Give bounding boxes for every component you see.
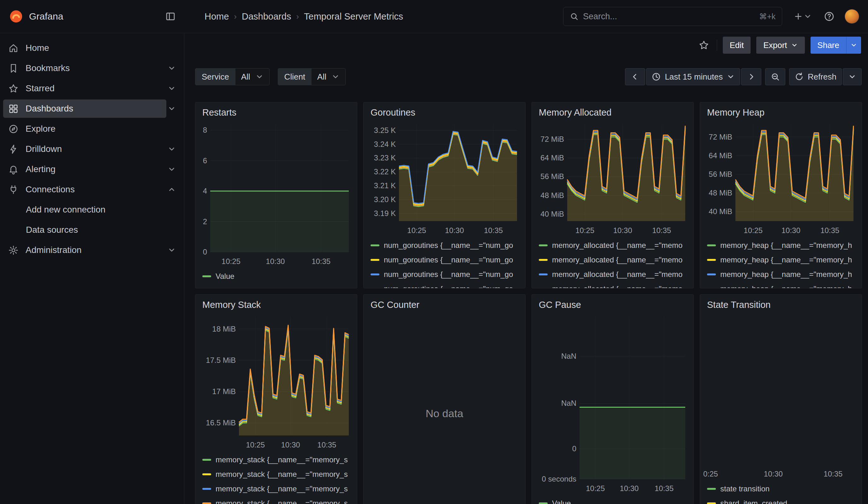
panel-title[interactable]: Memory Allocated [532, 102, 693, 120]
time-forward-button[interactable] [741, 68, 761, 85]
sidebar-item-alerting[interactable]: Alerting [3, 160, 166, 178]
memory-stack-chart[interactable]: 18 MiB17.5 MiB17 MiB16.5 MiB10:2510:3010… [198, 312, 354, 451]
sidebar-item-label: Add new connection [26, 205, 105, 215]
legend-item[interactable]: Value [202, 269, 350, 284]
legend-item[interactable]: memory_stack {__name__="memory_s [202, 482, 350, 496]
star-icon [8, 83, 19, 94]
panel-title[interactable]: Memory Stack [195, 295, 357, 312]
legend-item[interactable]: num_goroutines {__name__="num_go [371, 267, 518, 282]
legend-item[interactable]: state transition [707, 482, 855, 496]
svg-text:56 MiB: 56 MiB [540, 172, 564, 181]
help-button[interactable] [822, 9, 836, 24]
legend-item[interactable]: memory_allocated {__name__="memo [539, 238, 686, 253]
legend-item[interactable]: num_goroutines {__name__="num_go [371, 282, 518, 288]
client-variable-value[interactable]: All [311, 69, 345, 85]
time-back-button[interactable] [625, 68, 645, 85]
sidebar-item-connections[interactable]: Connections [3, 180, 166, 199]
legend-item[interactable]: memory_stack {__name__="memory_s [202, 496, 350, 504]
sidebar-item-home[interactable]: Home [3, 39, 177, 57]
panel-title[interactable]: State Transition [700, 295, 862, 312]
service-value-text: All [241, 72, 250, 82]
panel-title[interactable]: Restarts [195, 102, 357, 120]
legend-swatch [539, 245, 548, 246]
chevron-down-icon [255, 73, 264, 81]
user-avatar[interactable] [845, 9, 859, 24]
chevron-down-icon [791, 42, 798, 49]
legend-item[interactable]: memory_allocated {__name__="memo [539, 253, 686, 267]
legend-swatch [707, 245, 716, 246]
legend-swatch [707, 502, 716, 504]
breadcrumb-dashboards[interactable]: Dashboards [242, 11, 291, 22]
legend-item[interactable]: memory_stack {__name__="memory_s [202, 467, 350, 482]
share-menu-button[interactable] [846, 37, 861, 54]
legend-item[interactable]: memory_heap {__name__="memory_h [707, 267, 855, 282]
panel-title[interactable]: Memory Heap [700, 102, 862, 120]
legend-label: memory_stack {__name__="memory_s [216, 499, 348, 504]
time-range-picker[interactable]: Last 15 minutes [646, 68, 740, 85]
restarts-chart[interactable]: 8642010:2510:3010:35 [198, 120, 354, 268]
sidebar-item-data-sources[interactable]: Data sources [3, 221, 177, 239]
refresh-label: Refresh [808, 72, 836, 82]
legend-item[interactable]: memory_allocated {__name__="memo [539, 282, 686, 288]
legend-item[interactable]: Value [539, 496, 686, 504]
legend-label: memory_allocated {__name__="memo [552, 241, 682, 250]
sidebar-item-bookmarks[interactable]: Bookmarks [3, 59, 166, 78]
legend-item[interactable]: memory_stack {__name__="memory_s [202, 453, 350, 467]
chevron-down-icon [848, 73, 856, 81]
refresh-button[interactable]: Refresh [789, 68, 842, 85]
sidebar-item-drilldown[interactable]: Drilldown [3, 140, 166, 158]
expand-dashboards-button[interactable] [166, 103, 177, 114]
expand-alerting-button[interactable] [166, 164, 177, 175]
sidebar-item-starred[interactable]: Starred [3, 79, 166, 97]
sidebar-item-explore[interactable]: Explore [3, 120, 177, 138]
legend-item[interactable]: num_goroutines {__name__="num_go [371, 238, 518, 253]
sidebar-item-dashboards[interactable]: Dashboards [3, 100, 166, 118]
legend-swatch [202, 488, 211, 490]
edit-button[interactable]: Edit [723, 37, 751, 54]
panel-title[interactable]: Goroutines [364, 102, 525, 120]
sidebar-item-add-new-connection[interactable]: Add new connection [3, 200, 177, 219]
sidebar-item-label: Connections [25, 184, 75, 195]
service-variable-value[interactable]: All [236, 69, 269, 85]
legend-item[interactable]: memory_heap {__name__="memory_h [707, 282, 855, 288]
memory-allocated-chart[interactable]: 72 MiB64 MiB56 MiB48 MiB40 MiB10:2510:30… [534, 120, 690, 237]
chart-svg: 3.25 K3.24 K3.23 K3.22 K3.21 K3.20 K3.19… [366, 120, 522, 237]
search-box[interactable]: ⌘+k [563, 7, 782, 26]
legend-item[interactable]: memory_allocated {__name__="memo [539, 267, 686, 282]
expand-drilldown-button[interactable] [166, 144, 177, 154]
legend-item[interactable]: shard_item_created [707, 496, 855, 504]
expand-bookmarks-button[interactable] [166, 63, 177, 74]
legend-swatch [202, 502, 211, 504]
goroutines-chart[interactable]: 3.25 K3.24 K3.23 K3.22 K3.21 K3.20 K3.19… [366, 120, 522, 237]
search-input[interactable] [583, 12, 755, 21]
collapse-connections-button[interactable] [166, 184, 177, 195]
sidebar-item-label: Dashboards [25, 104, 73, 114]
svg-text:3.22 K: 3.22 K [374, 167, 396, 176]
export-button[interactable]: Export [756, 37, 805, 54]
sidebar-item-administration[interactable]: Administration [3, 241, 166, 259]
panel-title[interactable]: GC Counter [364, 295, 525, 312]
state-transition-chart[interactable]: 0:2510:3010:35 [703, 312, 859, 480]
expand-administration-button[interactable] [166, 245, 177, 256]
new-button[interactable] [792, 10, 814, 23]
legend-item[interactable]: memory_heap {__name__="memory_h [707, 253, 855, 267]
expand-starred-button[interactable] [166, 83, 177, 94]
legend-item[interactable]: memory_heap {__name__="memory_h [707, 238, 855, 253]
breadcrumb-home[interactable]: Home [205, 11, 229, 22]
svg-text:40 MiB: 40 MiB [540, 210, 564, 218]
legend-swatch [707, 274, 716, 275]
gc-pause-chart[interactable]: NaNNaN00 seconds10:2510:3010:35 [534, 312, 690, 495]
refresh-interval-button[interactable] [843, 68, 862, 85]
svg-text:10:30: 10:30 [764, 470, 783, 478]
legend-label: num_goroutines {__name__="num_go [384, 256, 513, 264]
panel-title[interactable]: GC Pause [532, 295, 693, 312]
zoom-out-button[interactable] [765, 68, 785, 85]
favorite-button[interactable] [696, 38, 711, 52]
memory-heap-chart[interactable]: 72 MiB64 MiB56 MiB48 MiB40 MiB10:2510:30… [703, 120, 859, 237]
svg-text:10:25: 10:25 [246, 441, 265, 449]
legend-item[interactable]: num_goroutines {__name__="num_go [371, 253, 518, 267]
legend-label: memory_stack {__name__="memory_s [216, 470, 348, 479]
share-button[interactable]: Share [810, 37, 846, 54]
sidebar-item-label: Alerting [25, 164, 55, 174]
sidebar-toggle-button[interactable] [164, 10, 177, 23]
